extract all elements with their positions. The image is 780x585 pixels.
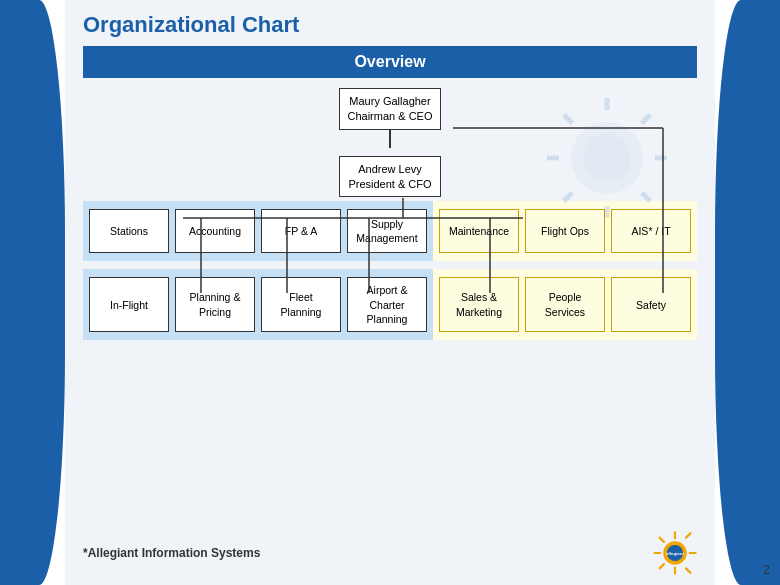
footer: *Allegiant Information Systems allegiant: [65, 531, 715, 575]
chart-rows: Stations Accounting FP & A Supply Manage…: [83, 201, 697, 340]
svg-line-7: [642, 115, 650, 123]
row2-fleet-planning: Fleet Planning: [261, 277, 341, 332]
row2-people-services: People Services: [525, 277, 605, 332]
row1-stations: Stations: [89, 209, 169, 253]
row2-sales-marketing: Sales & Marketing: [439, 277, 519, 332]
row2-planning-pricing: Planning & Pricing: [175, 277, 255, 332]
row1-supply: Supply Management: [347, 209, 427, 253]
row1-maintenance: Maintenance: [439, 209, 519, 253]
svg-text:allegiant: allegiant: [666, 551, 684, 556]
row2: In-Flight Planning & Pricing Fleet Plann…: [83, 269, 697, 340]
row1-blue: Stations Accounting FP & A Supply Manage…: [83, 201, 433, 261]
svg-line-6: [564, 115, 572, 123]
svg-line-23: [686, 533, 690, 537]
watermark: [547, 98, 667, 218]
row2-safety: Safety: [611, 277, 691, 332]
row2-inflight: In-Flight: [89, 277, 169, 332]
main-content: Organizational Chart Overview Maury Gall…: [65, 0, 715, 585]
row2-blue: In-Flight Planning & Pricing Fleet Plann…: [83, 269, 433, 340]
row2-yellow: Sales & Marketing People Services Safety: [433, 269, 697, 340]
row1-accounting: Accounting: [175, 209, 255, 253]
cfo-box: Andrew Levy President & CFO: [339, 156, 440, 198]
row-gap: [83, 261, 697, 269]
overview-banner: Overview: [83, 46, 697, 78]
allegiant-sun-icon: allegiant: [653, 531, 697, 575]
page-number: 2: [763, 563, 770, 577]
svg-point-1: [583, 134, 631, 182]
org-chart: Maury Gallagher Chairman & CEO Andrew Le…: [83, 88, 697, 340]
allegiant-logo: allegiant: [653, 531, 697, 575]
svg-line-9: [642, 193, 650, 201]
footer-note: *Allegiant Information Systems: [83, 546, 260, 560]
deco-right: [715, 0, 780, 585]
svg-line-24: [660, 564, 664, 568]
header: Organizational Chart: [65, 0, 715, 46]
svg-line-25: [686, 568, 690, 572]
svg-line-8: [564, 193, 572, 201]
deco-left: [0, 0, 65, 585]
row1-fpa: FP & A: [261, 209, 341, 253]
svg-line-22: [660, 538, 664, 542]
row2-airport-charter: Airport & Charter Planning: [347, 277, 427, 332]
page-title: Organizational Chart: [83, 12, 299, 37]
ceo-box: Maury Gallagher Chairman & CEO: [339, 88, 442, 130]
